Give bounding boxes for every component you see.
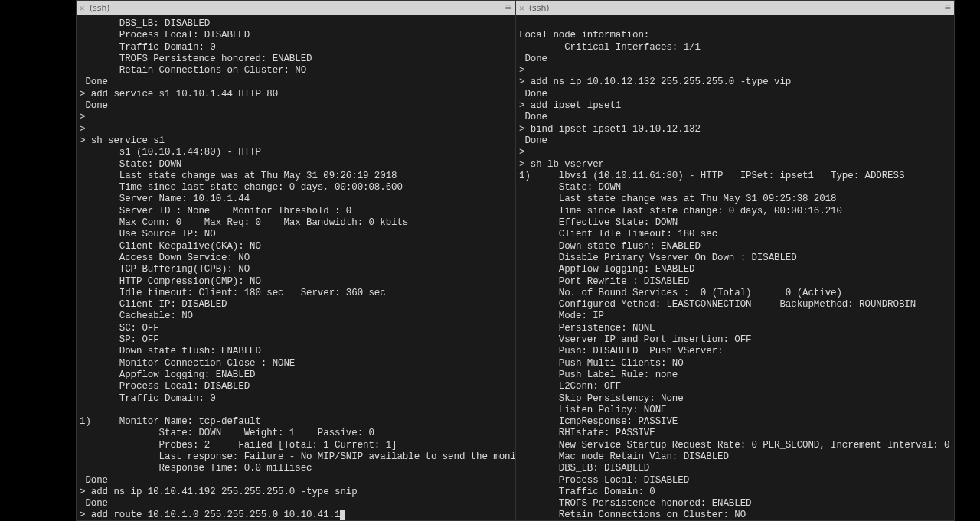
right-tab-bar: ✕ (ssh) ≡ (516, 1, 954, 15)
left-pane: ✕ (ssh) ≡ DBS_LB: DISABLED Process Local… (76, 0, 515, 521)
left-terminal[interactable]: DBS_LB: DISABLED Process Local: DISABLED… (77, 15, 514, 520)
menu-icon[interactable]: ≡ (505, 2, 511, 14)
right-pane: ✕ (ssh) ≡ Local node information: Critic… (515, 0, 955, 521)
left-tab-bar: ✕ (ssh) ≡ (77, 1, 514, 15)
terminal-split-container: ✕ (ssh) ≡ DBS_LB: DISABLED Process Local… (76, 0, 955, 521)
menu-icon[interactable]: ≡ (945, 2, 951, 14)
close-icon[interactable]: ✕ (80, 3, 85, 13)
tab-title[interactable]: (ssh) (529, 3, 550, 13)
close-icon[interactable]: ✕ (519, 3, 524, 13)
tab-title[interactable]: (ssh) (90, 3, 110, 13)
right-terminal[interactable]: Local node information: Critical Interfa… (516, 15, 954, 520)
